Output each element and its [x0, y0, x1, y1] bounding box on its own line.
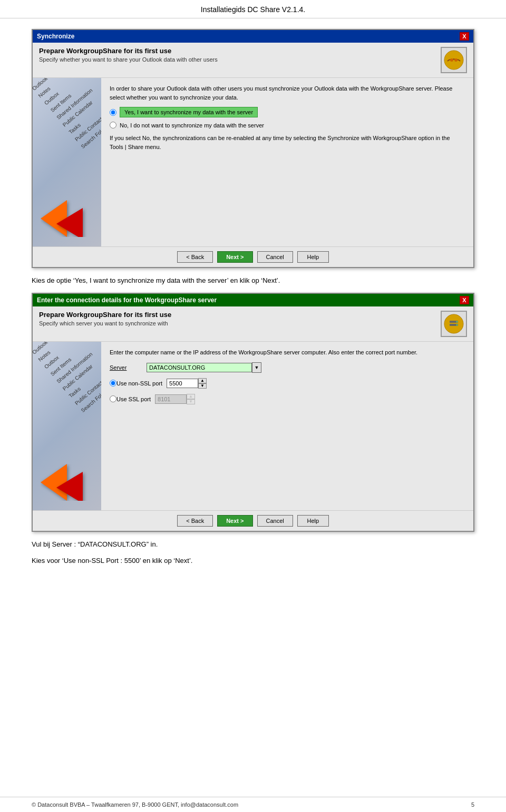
dialog1-next-button[interactable]: Next >	[217, 251, 252, 263]
dialog2-header-subtitle: Specify which server you want to synchro…	[39, 320, 171, 326]
dialog2-sidebar: Outlook Notes Outbox Sent Items Shared I…	[33, 342, 101, 510]
dialog2-server-dropdown[interactable]: ▼	[252, 362, 261, 373]
dialog1-body-text: In order to share your Outlook data with…	[110, 84, 465, 102]
dialog2-main: Enter the computer name or the IP addres…	[101, 342, 473, 510]
page-footer: © Dataconsult BVBA – Twaalfkameren 97, B…	[0, 797, 506, 812]
dialog1-back-button[interactable]: < Back	[177, 251, 213, 263]
dialog2-ssl-port-input	[155, 394, 187, 404]
dialog2-icon	[441, 311, 467, 337]
dialog1-sidebar-items: Outlook Notes Outbox Sent Items Shared I…	[33, 78, 101, 156]
dialog1-help-button[interactable]: Help	[297, 251, 329, 263]
page-title: Installatiegids DC Share V2.1.4.	[0, 0, 506, 18]
dialog2-body: Outlook Notes Outbox Sent Items Shared I…	[33, 342, 473, 510]
instruction1-text: Kies de optie ‘Yes, I want to synchroniz…	[32, 276, 474, 284]
svg-marker-3	[41, 200, 67, 237]
dialog2-close-button[interactable]: X	[460, 296, 469, 304]
dialog2-header-text: Prepare WorkgroupShare for its first use…	[39, 311, 171, 326]
server-icon	[443, 313, 464, 334]
dialog2-ssl-label: Use SSL port	[116, 396, 151, 402]
dialog1-header-text: Prepare WorkgroupShare for its first use…	[39, 47, 218, 63]
dialog2-ssl-spin-up: ▲	[187, 394, 195, 399]
dialog1-arrows	[41, 200, 93, 239]
dialog2-nonssl-row: Use non-SSL port ▲ ▼	[110, 378, 465, 389]
dialog2-nonssl-label: Use non-SSL port	[116, 380, 162, 387]
dialog2-ssl-spinner: ▲ ▼	[187, 394, 195, 404]
svg-point-0	[444, 51, 463, 70]
svg-point-1	[450, 58, 453, 62]
svg-marker-10	[41, 464, 67, 501]
connection-dialog: Enter the connection details for the Wor…	[32, 293, 474, 532]
dialog2-nonssl-spin-down[interactable]: ▼	[198, 383, 207, 389]
dialog2-nonssl-radio[interactable]	[110, 380, 116, 387]
dialog2-title: Enter the connection details for the Wor…	[37, 296, 217, 304]
dialog2-header-title: Prepare WorkgroupShare for its first use	[39, 311, 171, 319]
dialog2-server-label: Server	[110, 364, 147, 371]
synchronize-dialog: Synchronize X Prepare WorkgroupShare for…	[32, 29, 474, 268]
dialog1-radio-no[interactable]	[110, 122, 116, 128]
instruction2-line1: Vul bij Server : “DATACONSULT.ORG” in.	[32, 540, 474, 548]
dialog1-title: Synchronize	[37, 33, 74, 40]
dialog2-server-row: Server ▼	[110, 362, 465, 373]
dialog1-footer: < Back Next > Cancel Help	[33, 246, 473, 267]
dialog1-radio-no-option[interactable]: No, I do not want to synchronize my data…	[110, 122, 465, 128]
dialog2-next-button[interactable]: Next >	[217, 515, 252, 527]
dialog2-ssl-radio[interactable]	[110, 395, 116, 402]
dialog2-nonssl-port-input[interactable]	[167, 379, 198, 388]
dialog2-footer: < Back Next > Cancel Help	[33, 510, 473, 531]
dialog1-header-subtitle: Specify whether you want to share your O…	[39, 56, 218, 63]
dialog1-note-text: If you select No, the synchronizations c…	[110, 134, 465, 151]
dialog1-sidebar: Outlook Notes Outbox Sent Items Shared I…	[33, 78, 101, 246]
dialog1-cancel-button[interactable]: Cancel	[257, 251, 293, 263]
dialog2-server-input[interactable]	[147, 363, 252, 372]
dialog1-icon	[441, 47, 467, 73]
footer-copyright: © Dataconsult BVBA – Twaalfkameren 97, B…	[32, 801, 238, 808]
instruction2-line2: Kies voor ‘Use non-SSL Port : 5500’ en k…	[32, 557, 474, 565]
dialog1-main: In order to share your Outlook data with…	[101, 78, 473, 246]
dialog2-titlebar: Enter the connection details for the Wor…	[33, 294, 473, 306]
dialog1-header: Prepare WorkgroupShare for its first use…	[33, 43, 473, 78]
dialog2-back-button[interactable]: < Back	[177, 515, 213, 527]
dialog2-body-text: Enter the computer name or the IP addres…	[110, 348, 465, 357]
svg-point-2	[454, 58, 458, 62]
svg-point-8	[456, 321, 458, 323]
dialog2-arrows	[41, 464, 93, 502]
instruction2-block: Vul bij Server : “DATACONSULT.ORG” in. K…	[32, 540, 474, 565]
dialog2-sidebar-items: Outlook Notes Outbox Sent Items Shared I…	[33, 342, 101, 420]
arrows-graphic	[41, 200, 93, 237]
dialog2-nonssl-spin-up[interactable]: ▲	[198, 378, 207, 383]
dialog1-close-button[interactable]: X	[460, 32, 469, 41]
dialog2-cancel-button[interactable]: Cancel	[257, 515, 293, 527]
dialog1-titlebar: Synchronize X	[33, 30, 473, 43]
dialog2-nonssl-spinner: ▲ ▼	[198, 378, 207, 389]
dialog1-body: Outlook Notes Outbox Sent Items Shared I…	[33, 78, 473, 246]
dialog2-ssl-row: Use SSL port ▲ ▼	[110, 394, 465, 404]
dialog1-radio-no-label: No, I do not want to synchronize my data…	[120, 122, 264, 128]
dialog1-radio-yes-option[interactable]: Yes, I want to synchronize my data with …	[110, 107, 465, 117]
dialog2-ssl-spin-down: ▼	[187, 399, 195, 404]
dialog1-header-title: Prepare WorkgroupShare for its first use	[39, 47, 218, 55]
dialog1-radio-yes[interactable]	[110, 109, 116, 116]
page-number: 5	[471, 801, 474, 808]
svg-point-9	[456, 324, 458, 326]
dialog1-radio-yes-label: Yes, I want to synchronize my data with …	[120, 107, 258, 117]
dialog2-help-button[interactable]: Help	[297, 515, 329, 527]
handshake-icon	[443, 49, 464, 71]
arrows-graphic2	[41, 464, 93, 501]
dialog2-header: Prepare WorkgroupShare for its first use…	[33, 306, 473, 342]
